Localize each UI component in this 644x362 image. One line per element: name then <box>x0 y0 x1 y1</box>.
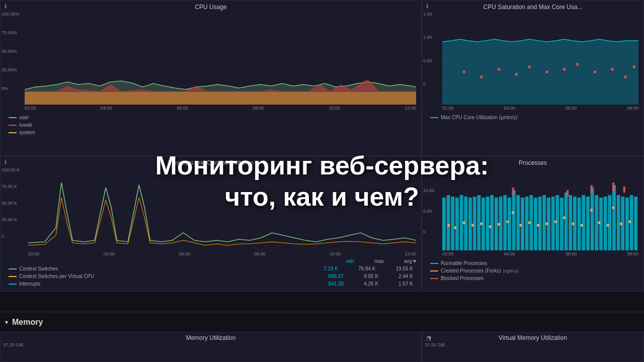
interrupts-chart <box>28 167 416 250</box>
processes-title: Processes <box>422 156 643 167</box>
legend-label-blocked: Blocked Processes <box>441 276 484 281</box>
svg-point-15 <box>528 65 531 68</box>
svg-rect-104 <box>591 185 593 193</box>
vmem-chart <box>422 344 643 362</box>
legend-label-forks: Created Processes (Forks) <box>441 268 501 274</box>
svg-point-101 <box>628 220 631 223</box>
ext-link-icon[interactable]: ⬔ <box>426 335 431 341</box>
svg-point-16 <box>545 70 548 73</box>
legend-label-user: user <box>19 115 413 120</box>
cpu-usage-chart <box>25 12 416 105</box>
svg-point-86 <box>506 220 509 223</box>
svg-point-81 <box>463 221 465 224</box>
svg-point-94 <box>572 222 574 225</box>
legend-color-ctxsw-cpu <box>9 276 17 277</box>
processes-legend: Runnable Processes Created Processes (Fo… <box>422 257 643 284</box>
y-label: 10.00 <box>423 188 435 193</box>
svg-rect-105 <box>612 183 614 192</box>
svg-point-96 <box>590 209 593 212</box>
legend-label-iowait: iowait <box>19 122 413 128</box>
x-label: 08:00 <box>627 251 638 256</box>
y-label: 0 <box>423 229 426 234</box>
svg-rect-36 <box>451 197 454 250</box>
x-label: 10:00 <box>329 106 340 111</box>
svg-point-79 <box>447 224 450 227</box>
memory-section-header[interactable]: ▾ Memory <box>0 312 644 332</box>
svg-point-11 <box>463 70 465 73</box>
svg-point-95 <box>581 224 583 227</box>
processes-panel: ℹ Processes 15.00 10.00 5.00 0 <box>422 156 644 292</box>
svg-point-18 <box>576 63 579 66</box>
svg-rect-69 <box>595 195 598 250</box>
x-label: 04:00 <box>504 106 515 111</box>
vmem-y-label: 37.25 GiB <box>425 342 445 347</box>
svg-rect-74 <box>617 195 620 250</box>
x-label: 12:00 <box>405 251 416 256</box>
svg-rect-73 <box>612 185 616 250</box>
cpu-usage-legend: user iowait system <box>1 112 421 138</box>
y-label: 0 <box>423 82 426 87</box>
svg-point-99 <box>612 206 614 209</box>
svg-rect-37 <box>455 198 459 250</box>
memory-panels-row: Memory Utilization 37.25 GiB ⬔ Virtual M… <box>0 332 644 362</box>
ctxsw-cpu-avg: 2.44 K <box>398 274 413 279</box>
legend-label-runnable: Runnable Processes <box>441 260 487 266</box>
ctxsw-min: 7.19 K <box>324 266 338 272</box>
legend-header-max: max <box>374 258 384 264</box>
svg-rect-48 <box>503 195 507 250</box>
y-label: 0 <box>2 234 4 239</box>
x-label: 02:00 <box>28 251 40 256</box>
svg-point-17 <box>563 68 566 71</box>
info-icon-cpu[interactable]: ℹ <box>5 3 7 10</box>
x-label: 06:00 <box>566 106 577 111</box>
info-icon-processes[interactable]: ℹ <box>426 159 428 165</box>
legend-label-maxcore: Max CPU Core Utilization (µmin/y) <box>441 115 517 120</box>
svg-rect-53 <box>525 197 529 250</box>
ctxsw-max: 78.84 K <box>358 266 375 272</box>
svg-rect-63 <box>569 195 572 250</box>
svg-rect-68 <box>591 188 594 250</box>
y-label: 0.50 <box>423 58 432 63</box>
x-label: 02:00 <box>25 106 36 111</box>
svg-rect-56 <box>538 197 542 250</box>
svg-rect-35 <box>447 195 450 250</box>
y-label: 1.00 <box>423 35 432 40</box>
svg-rect-57 <box>542 195 546 250</box>
ctxsw-avg: 19.55 K <box>396 266 413 272</box>
svg-rect-106 <box>623 187 625 193</box>
svg-rect-72 <box>608 195 611 250</box>
memory-y-label: 37.25 GiB <box>3 342 23 347</box>
cpu-saturation-panel: ℹ CPU Saturation and Max Core Usa... 1.5… <box>422 0 644 156</box>
memory-utilization-title: Memory Utilization <box>1 332 421 342</box>
svg-point-90 <box>537 224 539 227</box>
svg-point-85 <box>498 223 500 226</box>
legend-header-avg: avg▼ <box>404 258 417 264</box>
legend-header-min: min <box>346 258 354 264</box>
y-label: 0% <box>2 86 8 91</box>
y-label: 50.00 K <box>2 201 17 206</box>
legend-color-user <box>9 117 17 118</box>
y-label: 100.00% <box>2 12 20 17</box>
row-2: ℹ Interrupts and Context Switches 100.00… <box>0 156 644 292</box>
svg-point-93 <box>563 216 566 219</box>
cpu-saturation-title: CPU Saturation and Max Core Usa... <box>422 1 643 12</box>
cpu-usage-panel: ℹ CPU Usage 100.00% 75.00% 50.00% 25.00%… <box>0 0 422 156</box>
info-icon-cpu-sat[interactable]: ℹ <box>426 3 428 10</box>
y-label: 100.00 K <box>2 167 20 172</box>
svg-rect-40 <box>468 198 472 250</box>
row-1: ℹ CPU Usage 100.00% 75.00% 50.00% 25.00%… <box>0 0 644 156</box>
ctxsw-cpu-min: 898.67 <box>329 274 344 279</box>
svg-point-84 <box>489 225 492 228</box>
interrupts-panel: ℹ Interrupts and Context Switches 100.00… <box>0 156 422 292</box>
legend-color-runnable <box>430 263 438 264</box>
y-label: 25.00% <box>2 67 17 72</box>
svg-point-97 <box>598 221 600 224</box>
cpu-usage-x-axis: 02:00 04:00 06:00 08:00 10:00 12:00 <box>1 105 421 112</box>
svg-rect-62 <box>565 193 568 250</box>
info-icon-interrupts[interactable]: ℹ <box>5 159 7 165</box>
svg-rect-41 <box>473 197 476 250</box>
y-label: 75.00 K <box>2 184 17 189</box>
svg-rect-45 <box>490 195 494 250</box>
svg-point-14 <box>515 73 518 76</box>
x-label: 06:00 <box>179 251 190 256</box>
